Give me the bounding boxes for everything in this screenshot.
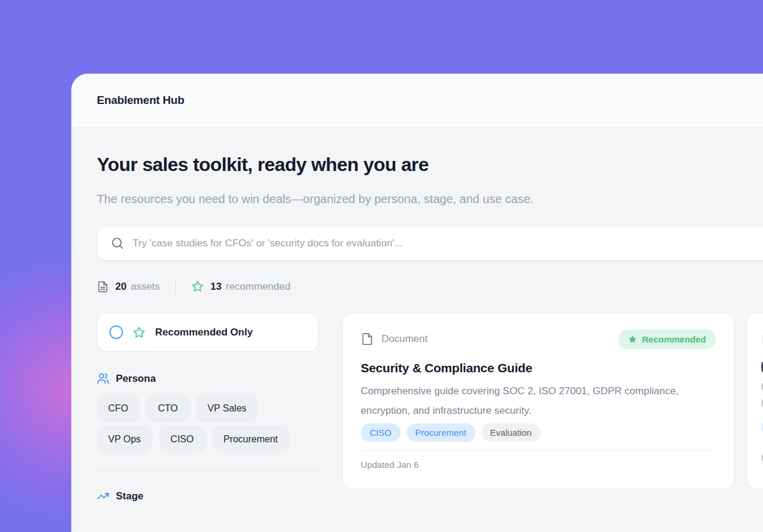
stats-divider: [175, 280, 176, 293]
search-bar[interactable]: [97, 226, 763, 261]
filters-sidebar: Recommended Only Persona CFOCTOVP SalesV…: [97, 313, 319, 502]
stage-section-label: Stage: [116, 490, 143, 502]
persona-chip-vp-sales[interactable]: VP Sales: [196, 395, 258, 422]
assets-count-label: assets: [131, 281, 160, 293]
stage-section-heading: Stage: [97, 490, 319, 502]
radio-circle-icon[interactable]: [109, 325, 123, 339]
recommended-only-toggle[interactable]: Recommended Only: [97, 313, 319, 352]
card-description: Comprehensive guide covering SOC 2, ISO …: [361, 381, 714, 420]
persona-chip-cfo[interactable]: CFO: [97, 395, 140, 422]
star-icon: [133, 326, 146, 339]
app-title: Enablement Hub: [97, 94, 184, 107]
search-input[interactable]: [133, 226, 763, 260]
card-type: Document: [361, 332, 427, 346]
card-tags: CISOProcurementEvaluation: [361, 423, 716, 442]
asset-card-security-compliance[interactable]: Document Recommended Security & Complian…: [342, 313, 734, 489]
assets-count-value: 20: [115, 281, 127, 293]
app-background: Enablement Hub Your sales toolkit, ready…: [0, 0, 763, 532]
trending-up-icon: [97, 490, 109, 502]
asset-cards: Document Recommended Security & Complian…: [342, 313, 763, 502]
search-icon: [111, 236, 124, 250]
card-type-label: Document: [382, 333, 427, 345]
recommended-count-label: recommended: [226, 281, 291, 293]
enablement-hub-panel: Enablement Hub Your sales toolkit, ready…: [71, 74, 763, 532]
star-icon: [191, 280, 204, 293]
sidebar-divider: [97, 470, 319, 471]
panel-header: Enablement Hub: [71, 74, 763, 128]
recommended-badge-label: Recommended: [642, 334, 706, 344]
page-title: Your sales toolkit, ready when you are: [97, 154, 763, 176]
card-divider: [361, 450, 716, 451]
persona-chip-ciso[interactable]: CISO: [159, 426, 205, 452]
page-subtitle: The resources you need to win deals—orga…: [97, 185, 537, 213]
recommended-count: 13 recommended: [191, 280, 291, 293]
card-title: Security & Compliance Guide: [361, 361, 716, 375]
document-icon: [97, 281, 109, 293]
card-tag-evaluation[interactable]: Evaluation: [481, 423, 541, 442]
content-row: Recommended Only Persona CFOCTOVP SalesV…: [97, 313, 763, 502]
next-asset-card-partial[interactable]: [746, 313, 763, 489]
card-top-row: Document Recommended: [361, 329, 716, 349]
recommended-badge: Recommended: [618, 330, 716, 349]
assets-count: 20 assets: [97, 281, 160, 293]
persona-section-heading: Persona: [97, 372, 319, 385]
persona-section-label: Persona: [116, 373, 156, 385]
users-icon: [97, 372, 109, 385]
persona-chip-vp-ops[interactable]: VP Ops: [97, 426, 152, 452]
recommended-count-value: 13: [210, 281, 222, 293]
star-icon: [628, 335, 637, 344]
recommended-only-label: Recommended Only: [155, 327, 253, 338]
card-tag-ciso[interactable]: CISO: [361, 423, 401, 442]
card-updated: Updated Jan 6: [361, 460, 716, 470]
card-tag-procurement[interactable]: Procurement: [406, 423, 475, 442]
persona-chip-procurement[interactable]: Procurement: [212, 426, 289, 452]
file-icon: [361, 332, 374, 346]
panel-body: Your sales toolkit, ready when you are T…: [71, 154, 763, 502]
stats-row: 20 assets 13 recommended: [97, 280, 763, 293]
persona-chips: CFOCTOVP SalesVP OpsCISOProcurement: [97, 395, 319, 452]
persona-chip-cto[interactable]: CTO: [147, 395, 189, 422]
